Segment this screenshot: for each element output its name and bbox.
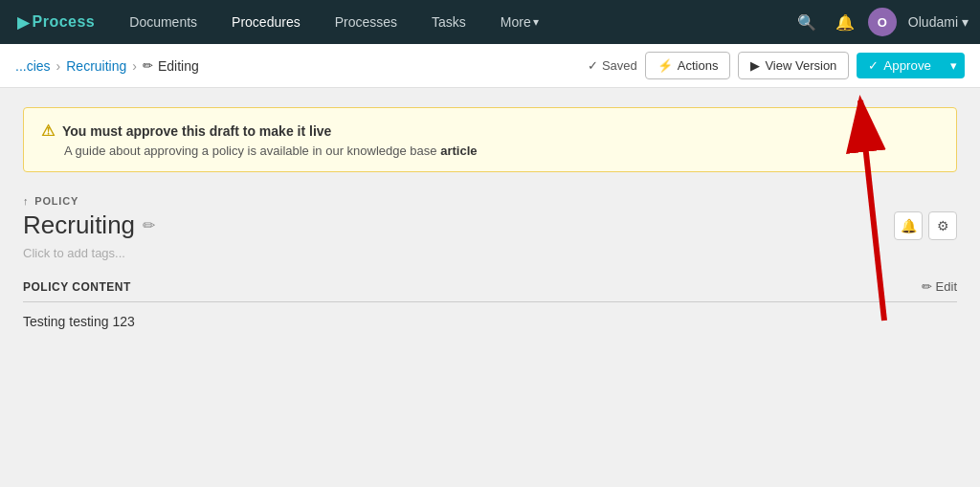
edit-current-icon: ✏ <box>143 58 153 73</box>
policy-title: Recruiting ✏ <box>23 210 155 240</box>
saved-status: ✓ Saved <box>588 58 637 73</box>
policy-content-header: POLICY CONTENT ✏ Edit <box>23 279 957 302</box>
brand-icon: ▶ <box>17 13 30 32</box>
view-version-button[interactable]: ▶ View Version <box>738 52 849 79</box>
policy-content-title: POLICY CONTENT <box>23 280 131 294</box>
breadcrumb-root[interactable]: ...cies <box>15 58 51 74</box>
actions-button[interactable]: ⚡ Actions <box>645 52 731 79</box>
breadcrumb-editing-label: Editing <box>158 58 199 74</box>
policy-name: Recruiting <box>23 210 135 240</box>
breadcrumb-recruiting[interactable]: Recruiting <box>66 58 126 74</box>
brand-logo[interactable]: ▶Process <box>0 0 112 44</box>
policy-label-text: POLICY <box>34 195 78 207</box>
policy-edit-icon[interactable]: ✏ <box>143 216 155 234</box>
policy-content-section: POLICY CONTENT ✏ Edit Testing testing 12… <box>23 279 957 329</box>
approve-button[interactable]: ✓ Approve <box>857 53 943 78</box>
policy-bell-button[interactable]: 🔔 <box>894 211 923 240</box>
nav-item-processes[interactable]: Processes <box>318 0 414 44</box>
breadcrumb-current: ✏ Editing <box>143 58 199 74</box>
nav-item-more[interactable]: More ▾ <box>483 0 556 44</box>
breadcrumb: ...cies › Recruiting › ✏ Editing <box>15 58 199 74</box>
nav-item-procedures[interactable]: Procedures <box>214 0 318 44</box>
warning-banner: ⚠ You must approve this draft to make it… <box>23 107 957 172</box>
action-buttons: ✓ Saved ⚡ Actions ▶ View Version ✓ Appro… <box>588 52 965 79</box>
approve-label: Approve <box>883 58 931 73</box>
policy-title-row: Recruiting ✏ 🔔 ⚙ <box>23 210 957 240</box>
content-edit-label: Edit <box>936 279 957 294</box>
saved-check-icon: ✓ <box>588 58 598 73</box>
approve-group: ✓ Approve ▾ <box>857 53 965 78</box>
warning-desc-text: A guide about approving a policy is avai… <box>64 144 437 158</box>
user-chevron-icon: ▾ <box>962 14 969 30</box>
notifications-icon[interactable]: 🔔 <box>830 8 860 37</box>
policy-settings-button[interactable]: ⚙ <box>928 211 957 240</box>
warning-title: ⚠ You must approve this draft to make it… <box>41 122 939 140</box>
nav-item-documents[interactable]: Documents <box>112 0 214 44</box>
user-name-label: Oludami <box>908 14 958 30</box>
top-navigation: ▶Process Documents Procedures Processes … <box>0 0 980 44</box>
policy-actions-right: 🔔 ⚙ <box>894 211 957 240</box>
brand-name: Process <box>33 13 96 31</box>
content-edit-button[interactable]: ✏ Edit <box>922 279 957 294</box>
approve-dropdown-button[interactable]: ▾ <box>943 53 965 78</box>
nav-right: 🔍 🔔 O Oludami ▾ <box>791 8 980 37</box>
warning-description: A guide about approving a policy is avai… <box>64 144 939 158</box>
avatar[interactable]: O <box>868 8 897 36</box>
view-label: View Version <box>765 58 836 73</box>
tags-placeholder[interactable]: Click to add tags... <box>23 246 957 260</box>
policy-section: ↑ POLICY Recruiting ✏ 🔔 ⚙ Click to add t… <box>23 195 957 279</box>
actions-icon: ⚡ <box>657 58 673 73</box>
content-body: Testing testing 123 <box>23 314 957 329</box>
warning-link[interactable]: article <box>440 144 477 158</box>
nav-item-tasks[interactable]: Tasks <box>414 0 483 44</box>
saved-label-text: Saved <box>602 58 637 73</box>
breadcrumb-bar: ...cies › Recruiting › ✏ Editing ✓ Saved… <box>0 44 980 88</box>
approve-dropdown-icon: ▾ <box>950 58 957 73</box>
content-edit-icon: ✏ <box>922 279 932 294</box>
more-chevron-icon: ▾ <box>533 15 539 29</box>
main-content: ⚠ You must approve this draft to make it… <box>0 88 980 487</box>
breadcrumb-sep-1: › <box>56 58 61 74</box>
user-menu[interactable]: Oludami ▾ <box>908 14 969 30</box>
policy-settings-icon: ⚙ <box>937 218 949 233</box>
policy-label: ↑ POLICY <box>23 195 957 207</box>
view-icon: ▶ <box>750 58 760 73</box>
warning-icon: ⚠ <box>41 122 55 140</box>
approve-check-icon: ✓ <box>868 58 879 73</box>
policy-bell-icon: 🔔 <box>901 218 917 233</box>
search-icon[interactable]: 🔍 <box>791 8 822 37</box>
nav-items: Documents Procedures Processes Tasks Mor… <box>112 0 791 44</box>
actions-label: Actions <box>678 58 719 73</box>
warning-title-text: You must approve this draft to make it l… <box>62 123 331 139</box>
policy-label-icon: ↑ <box>23 195 29 207</box>
breadcrumb-sep-2: › <box>132 58 137 74</box>
